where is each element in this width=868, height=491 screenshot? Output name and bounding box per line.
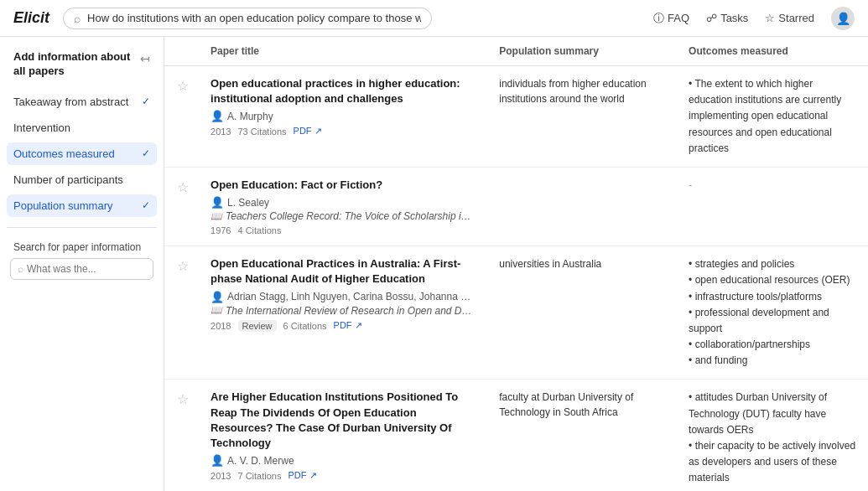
population-cell: individuals from higher education instit…	[489, 66, 678, 168]
paper-author: 👤A. Murphy	[211, 110, 479, 122]
sidebar-item-intervention[interactable]: Intervention	[7, 116, 157, 139]
author-icon: 👤	[211, 454, 224, 467]
sidebar-item-population[interactable]: Population summary ✓	[7, 194, 157, 217]
paper-search-input[interactable]	[27, 263, 153, 275]
star-cell: ☆	[164, 167, 200, 246]
papers-table: Paper title Population summary Outcomes …	[164, 37, 868, 491]
star-button[interactable]: ☆	[177, 179, 189, 195]
journal-name: Teachers College Record: The Voice of Sc…	[226, 210, 471, 222]
paper-citations: 4 Citations	[238, 225, 282, 235]
starred-nav-item[interactable]: ☆ Starred	[765, 12, 814, 24]
header-nav: ⓘ FAQ ☍ Tasks ☆ Starred 👤	[653, 7, 855, 30]
question-circle-icon: ⓘ	[653, 11, 664, 26]
paper-title: Open Educational Practices in Australia:…	[211, 256, 479, 287]
sidebar-item-label: Takeaway from abstract	[13, 96, 128, 108]
paper-journal: 📖The International Review of Research in…	[211, 305, 479, 317]
population-cell	[489, 167, 678, 246]
pdf-link[interactable]: PDF ↗	[288, 470, 316, 481]
search-section: Search for paper information ⌕	[7, 238, 157, 283]
star-button[interactable]: ☆	[177, 258, 189, 274]
sidebar-item-label: Number of participants	[13, 173, 123, 186]
check-icon: ✓	[142, 96, 150, 107]
pdf-link[interactable]: PDF ↗	[294, 126, 322, 137]
paper-title-cell: Open educational practices in higher edu…	[200, 66, 489, 168]
paper-year: 2013	[211, 127, 231, 137]
author-name: Adrian Stagg, Linh Nguyen, Carina Bossu,…	[227, 291, 470, 302]
faq-nav-item[interactable]: ⓘ FAQ	[653, 11, 689, 26]
tasks-icon: ☍	[706, 12, 717, 24]
header: Elicit ⌕ ⓘ FAQ ☍ Tasks ☆ Starred 👤	[0, 0, 868, 37]
tasks-nav-item[interactable]: ☍ Tasks	[706, 12, 748, 24]
outcomes-cell: -	[678, 167, 868, 246]
paper-author: 👤Adrian Stagg, Linh Nguyen, Carina Bossu…	[211, 291, 479, 303]
outcomes-cell: • attitudes Durban University of Technol…	[678, 380, 868, 491]
outcomes-text: -	[689, 178, 858, 194]
search-section-label: Search for paper information	[10, 241, 153, 253]
check-icon: ✓	[142, 147, 150, 159]
col-header-star	[164, 37, 200, 66]
search-icon: ⌕	[74, 12, 81, 25]
collapse-icon[interactable]: ↤	[140, 52, 150, 65]
paper-meta: 20137 CitationsPDF ↗	[211, 470, 479, 481]
journal-icon: 📖	[211, 305, 222, 316]
paper-title: Are Higher Education Institutions Positi…	[211, 390, 479, 451]
table-row: ☆Open Education: Fact or Fiction?👤L. Sea…	[164, 167, 868, 246]
population-text: individuals from higher education instit…	[499, 76, 668, 106]
user-icon: 👤	[836, 12, 850, 25]
sidebar-item-outcomes[interactable]: Outcomes measured ✓	[7, 142, 157, 165]
table-row: ☆Open educational practices in higher ed…	[164, 66, 868, 168]
content-area: Paper title Population summary Outcomes …	[164, 37, 868, 491]
paper-title-cell: Open Educational Practices in Australia:…	[200, 246, 489, 380]
starred-label: Starred	[778, 12, 814, 24]
author-icon: 👤	[211, 110, 224, 122]
pdf-link[interactable]: PDF ↗	[334, 320, 362, 331]
paper-year: 2013	[211, 471, 231, 481]
table-row: ☆Open Educational Practices in Australia…	[164, 246, 868, 380]
author-name: L. Sealey	[227, 197, 269, 209]
sidebar: Add information about all papers ↤ Takea…	[0, 37, 164, 491]
star-button[interactable]: ☆	[177, 78, 189, 94]
paper-author: 👤L. Sealey	[211, 196, 479, 209]
paper-meta: 2018Review6 CitationsPDF ↗	[211, 320, 479, 332]
star-cell: ☆	[164, 380, 200, 491]
author-name: A. Murphy	[227, 111, 273, 122]
paper-title: Open Education: Fact or Fiction?	[211, 178, 479, 193]
faq-label: FAQ	[668, 12, 689, 24]
outcomes-text: • attitudes Durban University of Technol…	[689, 390, 858, 486]
user-avatar[interactable]: 👤	[831, 7, 855, 30]
population-cell: universities in Australia	[489, 246, 678, 380]
star-cell: ☆	[164, 66, 200, 168]
sidebar-title: Add information about all papers	[13, 50, 133, 79]
paper-journal: 📖Teachers College Record: The Voice of S…	[211, 210, 479, 222]
paper-citations: 73 Citations	[238, 127, 287, 137]
outcomes-text: • strategies and policies • open educati…	[689, 256, 858, 369]
population-cell: faculty at Durban University of Technolo…	[489, 380, 678, 491]
sidebar-item-label: Outcomes measured	[13, 147, 115, 160]
star-button[interactable]: ☆	[177, 391, 189, 407]
author-name: A. V. D. Merwe	[227, 455, 294, 467]
sidebar-item-participants[interactable]: Number of participants	[7, 168, 157, 191]
journal-icon: 📖	[211, 211, 222, 222]
sidebar-item-takeaway[interactable]: Takeaway from abstract ✓	[7, 90, 157, 113]
outcomes-text: • The extent to which higher education i…	[689, 76, 858, 157]
population-text: universities in Australia	[499, 256, 668, 271]
logo: Elicit	[13, 9, 49, 27]
search-small-icon: ⌕	[18, 263, 23, 275]
sidebar-item-label: Intervention	[13, 121, 70, 134]
author-icon: 👤	[211, 291, 224, 303]
star-cell: ☆	[164, 246, 200, 380]
paper-title-cell: Open Education: Fact or Fiction?👤L. Seal…	[200, 167, 489, 246]
paper-year: 2018	[211, 321, 231, 331]
outcomes-cell: • strategies and policies • open educati…	[678, 246, 868, 380]
search-bar[interactable]: ⌕	[63, 8, 432, 29]
col-header-outcomes: Outcomes measured	[678, 37, 868, 66]
search-input[interactable]	[87, 12, 421, 24]
journal-name: The International Review of Research in …	[226, 305, 472, 317]
col-header-title: Paper title	[200, 37, 489, 66]
paper-citations: 6 Citations	[283, 321, 327, 331]
paper-meta: 19764 Citations	[211, 225, 479, 235]
paper-search-wrap[interactable]: ⌕	[10, 258, 153, 280]
sidebar-divider	[7, 227, 157, 228]
table-wrap: Paper title Population summary Outcomes …	[164, 37, 868, 491]
paper-citations: 7 Citations	[238, 471, 282, 481]
